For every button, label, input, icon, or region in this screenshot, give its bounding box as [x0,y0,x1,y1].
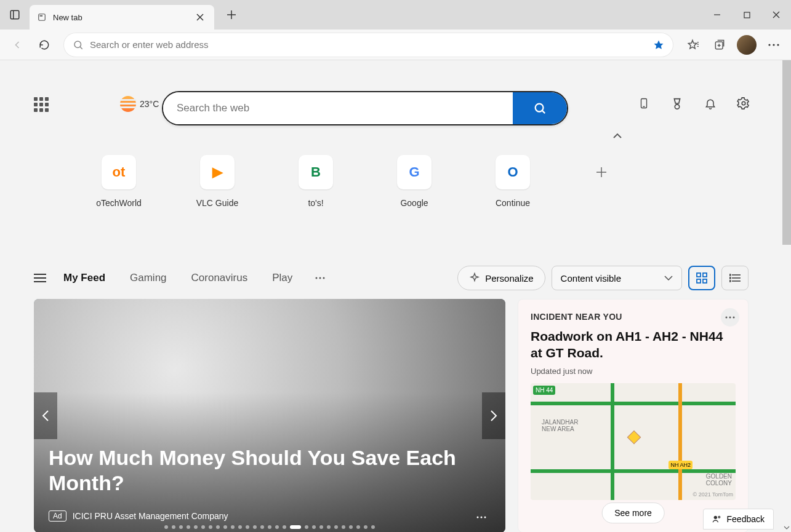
card-more-icon[interactable] [721,308,739,327]
tile-label: to's! [291,198,340,208]
svg-point-25 [777,44,779,46]
svg-point-30 [675,105,679,109]
see-more-button[interactable]: See more [601,502,665,523]
svg-marker-16 [688,40,696,48]
browser-toolbar [0,30,791,60]
plus-icon [587,157,616,187]
svg-rect-0 [10,10,19,19]
svg-point-24 [773,44,774,46]
side-panel-toggle[interactable] [0,0,30,30]
hero-source: ICICI PRU Asset Management Company [73,511,228,521]
maximize-button[interactable] [732,0,761,30]
page-content: 23°C otoTechWorld▶VLC GuideBto's!GGoogle… [0,60,782,532]
profile-button[interactable] [734,33,759,57]
hero-card[interactable]: How Much Money Should You Save Each Mont… [34,299,505,532]
tile-icon: O [496,155,530,189]
tile-icon: G [397,155,432,189]
mobile-icon[interactable] [636,95,652,111]
svg-point-48 [729,277,731,279]
close-window-button[interactable] [761,0,791,30]
svg-point-38 [319,277,321,279]
hero-footer: Ad ICICI PRU Asset Management Company [49,510,491,522]
sparkle-icon [469,272,480,284]
svg-rect-2 [39,14,46,21]
tab-title: New tab [53,13,187,22]
svg-point-51 [481,517,483,518]
grid-view-button[interactable] [688,266,715,290]
titlebar: New tab [0,0,791,30]
favorite-star-icon[interactable] [653,39,664,50]
svg-point-26 [536,104,544,112]
web-search-bar [162,91,568,125]
svg-point-39 [323,277,325,279]
incident-label: INCIDENT NEAR YOU [531,312,736,322]
hero-next-button[interactable] [482,392,505,439]
svg-point-53 [726,317,728,319]
svg-line-27 [542,111,545,114]
svg-point-13 [74,41,81,48]
add-tile-button[interactable] [587,155,636,208]
quicklink-tile[interactable]: ▶VLC Guide [193,155,242,208]
refresh-button[interactable] [32,33,57,57]
feed-bar: My FeedGamingCoronavirusPlay Personalize… [0,266,782,290]
tile-label: VLC Guide [193,198,242,208]
tile-icon: B [299,155,333,189]
feed-tab[interactable]: Gaming [130,272,167,284]
svg-point-50 [477,517,479,518]
feed-tab[interactable]: Coronavirus [191,272,248,284]
avatar [737,35,757,55]
quicklink-tile[interactable]: Bto's! [291,155,340,208]
incident-map[interactable]: NH 44 JALANDHAR NEW AREA NH AH2 GOLDEN C… [531,383,736,500]
quicklink-tile[interactable]: GGoogle [390,155,439,208]
tile-label: Google [390,198,439,208]
rewards-icon[interactable] [669,95,685,111]
minimize-button[interactable] [702,0,732,30]
chevron-up-icon[interactable] [612,133,622,139]
content-visibility-select[interactable]: Content visible [552,266,682,290]
feed-cards: How Much Money Should You Save Each Mont… [0,290,782,532]
hero-pagination [164,525,375,529]
web-search-button[interactable] [513,92,567,124]
app-launcher-icon[interactable] [34,97,54,117]
hero-prev-button[interactable] [34,392,57,439]
weather-temp: 23°C [140,99,159,109]
tab-favicon-icon [37,12,47,22]
feed-menu-icon[interactable] [34,273,46,283]
address-input[interactable] [90,39,653,50]
feed-tab[interactable]: My Feed [63,272,105,284]
feedback-button[interactable]: Feedback [703,509,774,530]
svg-point-4 [41,15,42,16]
tile-icon: ▶ [200,155,235,189]
personalize-button[interactable]: Personalize [457,266,545,290]
search-icon [73,39,84,50]
gear-icon[interactable] [736,95,752,111]
svg-point-56 [713,516,717,519]
web-search-input[interactable] [163,92,513,124]
menu-button[interactable] [761,33,786,57]
favorites-button[interactable] [680,33,705,57]
address-bar[interactable] [64,33,673,57]
feed-tab[interactable]: Play [272,272,292,284]
new-tab-button[interactable] [220,4,243,26]
svg-rect-41 [703,273,707,277]
tab[interactable]: New tab [30,5,214,30]
tile-label: Continue [488,198,537,208]
feedback-label: Feedback [727,514,765,524]
close-tab-button[interactable] [193,10,207,24]
incident-card: INCIDENT NEAR YOU Roadwork on AH1 - AH2 … [518,299,749,532]
feed-more-icon[interactable] [315,276,326,280]
bell-icon[interactable] [702,95,718,111]
weather-widget[interactable]: 23°C [120,96,159,112]
list-view-button[interactable] [721,266,749,290]
map-attribution: © 2021 TomTom [693,491,734,498]
quicklink-tile[interactable]: otoTechWorld [94,155,143,208]
collections-button[interactable] [707,33,732,57]
window-controls [702,0,791,30]
incident-marker-icon [627,430,641,444]
scroll-down-icon[interactable] [782,523,791,532]
incident-title: Roadwork on AH1 - AH2 - NH44 at GT Road. [531,328,736,362]
hero-more-icon[interactable] [476,515,487,519]
scrollbar[interactable] [782,60,791,245]
back-button[interactable] [5,33,30,57]
quicklink-tile[interactable]: OContinue [488,155,537,208]
